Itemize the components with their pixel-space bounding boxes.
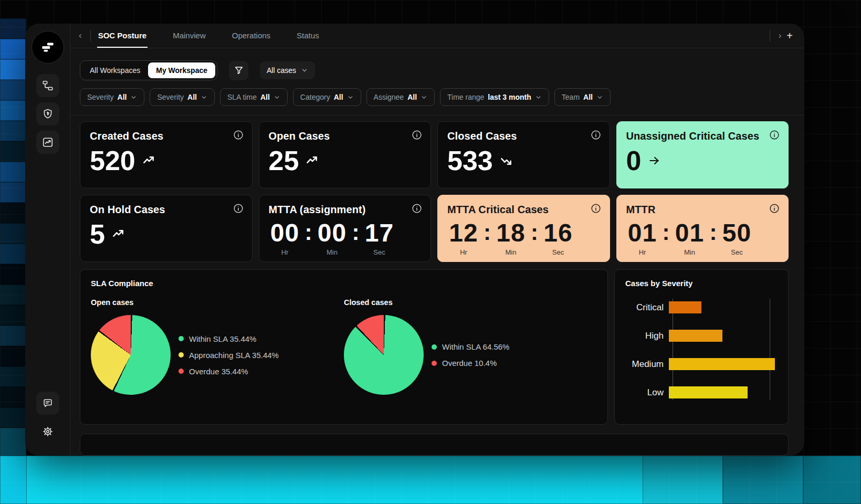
tab-soc-posture[interactable]: SOC Posture [97,24,148,48]
legend-item: Overdue 10.4% [432,359,509,368]
sla-compliance-panel: SLA Compliance Open cases Within SLA 35.… [80,269,608,425]
sidebar-item-security[interactable] [36,102,59,125]
bar-row: Low [625,386,778,398]
bar-row: Critical [625,301,778,313]
chart-trend-icon [42,136,54,148]
sidebar [25,24,70,456]
chip-value: All [334,93,343,101]
bar-critical[interactable] [669,301,701,313]
legend-label: Overdue 35.44% [189,367,248,376]
info-icon[interactable] [233,203,244,214]
trend-down-icon [499,154,513,167]
chip-label: Severity [87,93,114,101]
card-value: 25 [269,147,299,174]
all-workspaces-option[interactable]: All Workspaces [82,62,148,78]
tabs-forward-icon[interactable]: › [776,30,784,41]
tab-status[interactable]: Status [296,24,320,48]
tab-bar: ‹ SOC Posture Mainview Operations Status… [70,24,804,48]
app-window: ‹ SOC Posture Mainview Operations Status… [25,24,804,456]
bar-row: High [625,330,778,342]
my-workspace-option[interactable]: My Workspace [148,62,215,78]
filter-chip-assignee[interactable]: Assignee All [366,88,435,106]
info-icon[interactable] [412,130,422,140]
chip-label: Assignee [374,93,404,101]
filter-chip-time-range[interactable]: Time range last 3 month [440,88,549,106]
tab-bar-right: › + [763,24,796,48]
app-logo[interactable] [32,31,64,64]
info-icon[interactable] [769,203,780,214]
timer-unit-hr: Hr [460,248,467,256]
bar-medium[interactable] [669,358,775,370]
chip-value: All [260,93,270,101]
mttr-card[interactable]: MTTR 01Hr : 01Min : 50Sec [616,195,789,262]
timer-colon: : [480,220,495,256]
open-cases-pie-chart[interactable] [91,315,171,395]
chip-label: Time range [447,93,484,101]
filter-chip-category[interactable]: Category All [293,88,361,106]
created-cases-card[interactable]: Created Cases 520 [80,121,253,188]
chip-value: All [583,93,593,101]
sidebar-item-chat[interactable] [36,392,59,415]
cases-dropdown[interactable]: All cases [260,61,315,79]
tabs-back-icon[interactable]: ‹ [77,30,84,41]
filter-chip-severity-2[interactable]: Severity All [150,88,214,106]
timer-colon: : [527,220,542,256]
timer-value: 12Hr : 18Min : 16Sec [447,220,600,256]
cases-dropdown-value: All cases [267,66,296,75]
chevron-down-icon [347,94,354,101]
workspace-toggle: All Workspaces My Workspace [80,60,217,80]
info-icon[interactable] [233,130,244,140]
chip-label: Team [562,93,580,101]
severity-bar-chart[interactable]: CriticalHighMediumLow [625,301,778,398]
tab-label: Mainview [173,31,206,40]
mtta-assignment-card[interactable]: MTTA (assignment) 00Hr : 00Min : 17Sec [259,195,432,262]
timer-minutes: 01 [675,220,704,246]
chip-label: Severity [157,93,184,101]
divider [90,30,91,41]
filter-chip-severity-1[interactable]: Severity All [80,88,144,106]
sidebar-item-settings[interactable] [36,420,59,443]
timer-seconds: 17 [365,220,394,246]
on-hold-cases-card[interactable]: On Hold Cases 5 [80,195,253,262]
sidebar-item-workflows[interactable] [36,74,59,97]
tab-operations[interactable]: Operations [231,24,271,48]
closed-cases-pie-chart[interactable] [344,315,424,395]
divider [770,30,770,41]
timer-colon: : [349,220,363,256]
info-icon[interactable] [769,130,780,140]
legend-item: Within SLA 35.44% [178,334,279,343]
info-icon[interactable] [591,203,601,214]
chip-value: All [187,93,197,101]
info-icon[interactable] [591,130,601,140]
tab-mainview[interactable]: Mainview [172,24,207,48]
bar-low[interactable] [669,386,748,398]
unassigned-critical-cases-card[interactable]: Unassigned Critical Cases 0 [616,121,789,188]
timer-colon: : [301,220,316,256]
info-icon[interactable] [412,203,422,214]
sidebar-bottom [36,392,59,448]
legend-item: Overdue 35.44% [178,367,279,376]
filter-button[interactable] [229,61,248,80]
panel-title: Cases by Severity [625,279,778,288]
timer-colon: : [659,220,674,256]
timer-unit-sec: Sec [731,248,742,256]
chevron-down-icon [421,94,427,101]
chart-subtitle: Closed cases [344,298,597,307]
chip-value: last 3 month [488,93,531,101]
mtta-critical-cases-card[interactable]: MTTA Critical Cases 12Hr : 18Min : 16Sec [437,195,610,262]
timer-hours: 01 [628,220,657,246]
chart-axis-line [673,299,673,400]
timer-seconds: 50 [722,220,751,246]
filter-chip-team[interactable]: Team All [554,88,611,106]
panel-title: SLA Compliance [91,279,597,288]
sidebar-item-analytics[interactable] [36,131,59,154]
legend-dot [178,336,184,341]
bar-high[interactable] [669,330,722,342]
filter-chip-sla-time[interactable]: SLA time All [220,88,288,106]
add-tab-button[interactable]: + [783,30,796,42]
closed-cases-card[interactable]: Closed Cases 533 [437,121,610,188]
card-title: MTTA (assignment) [269,204,422,216]
card-value: 0 [626,147,642,174]
open-cases-card[interactable]: Open Cases 25 [259,121,432,188]
timer-minutes: 18 [496,220,525,246]
